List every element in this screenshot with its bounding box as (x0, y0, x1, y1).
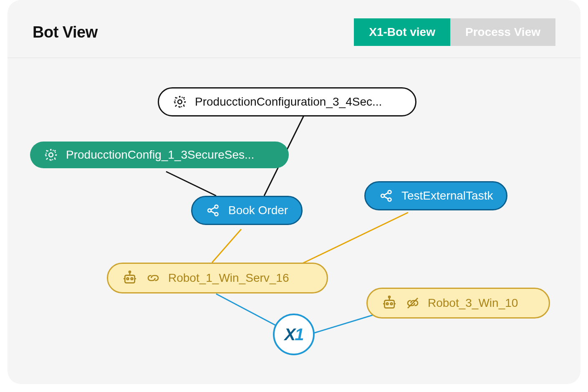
svg-line-34 (408, 298, 418, 308)
svg-point-6 (178, 100, 182, 104)
diagram-canvas[interactable]: ProducctionConfiguration_3_4Sec... Produ… (8, 58, 580, 375)
svg-line-18 (384, 193, 388, 195)
svg-point-12 (215, 212, 218, 216)
node-test-external-task[interactable]: TestExternalTastk (364, 181, 507, 210)
node-label: ProducctionConfig_1_3SecureSes... (66, 148, 254, 162)
robot-icon (381, 295, 398, 311)
tab-process-view[interactable]: Process View (450, 18, 555, 46)
svg-point-11 (215, 205, 218, 208)
svg-point-7 (175, 97, 185, 107)
svg-point-22 (131, 278, 133, 280)
hub-logo-x: X (285, 325, 295, 344)
node-robot-3[interactable]: Robot_3_Win_10 (366, 288, 550, 319)
svg-line-13 (211, 207, 215, 210)
svg-point-28 (386, 303, 389, 305)
page-title: Bot View (33, 23, 98, 41)
bot-view-panel: Bot View X1-Bot view Process View (8, 0, 580, 384)
node-config-1[interactable]: ProducctionConfig_1_3SecureSes... (30, 142, 289, 168)
svg-line-19 (384, 197, 388, 199)
svg-point-8 (49, 153, 53, 157)
svg-line-2 (212, 229, 241, 263)
hub-logo: X1 (285, 325, 303, 344)
node-label: Book Order (228, 204, 288, 217)
node-robot-1[interactable]: Robot_1_Win_Serv_16 (107, 263, 328, 293)
tab-x1-bot-view[interactable]: X1-Bot view (354, 18, 450, 46)
svg-point-10 (208, 209, 211, 212)
svg-line-14 (211, 211, 215, 213)
node-label: ProducctionConfiguration_3_4Sec... (195, 95, 382, 109)
node-label: Robot_3_Win_10 (428, 296, 518, 310)
hub-node[interactable]: X1 (273, 314, 315, 355)
svg-point-24 (129, 271, 131, 273)
link-icon (146, 271, 161, 286)
robot-icon (121, 270, 138, 286)
share-icon (206, 203, 221, 218)
header: Bot View X1-Bot view Process View (8, 0, 580, 58)
svg-point-16 (388, 190, 391, 194)
unlink-icon (405, 296, 420, 311)
svg-point-21 (127, 278, 129, 280)
svg-point-31 (389, 296, 390, 298)
view-tabs: X1-Bot view Process View (354, 18, 555, 46)
svg-line-3 (300, 212, 408, 265)
gear-icon (172, 94, 187, 109)
svg-point-9 (46, 150, 56, 160)
gear-icon (43, 147, 58, 162)
svg-point-17 (388, 198, 391, 201)
share-icon (379, 188, 394, 203)
svg-point-15 (381, 194, 384, 197)
node-book-order[interactable]: Book Order (191, 196, 303, 225)
node-config-3[interactable]: ProducctionConfiguration_3_4Sec... (158, 87, 416, 116)
svg-line-1 (166, 172, 216, 196)
node-label: Robot_1_Win_Serv_16 (168, 271, 289, 285)
svg-point-29 (391, 303, 393, 305)
hub-logo-1: 1 (295, 325, 303, 344)
node-label: TestExternalTastk (401, 189, 493, 202)
